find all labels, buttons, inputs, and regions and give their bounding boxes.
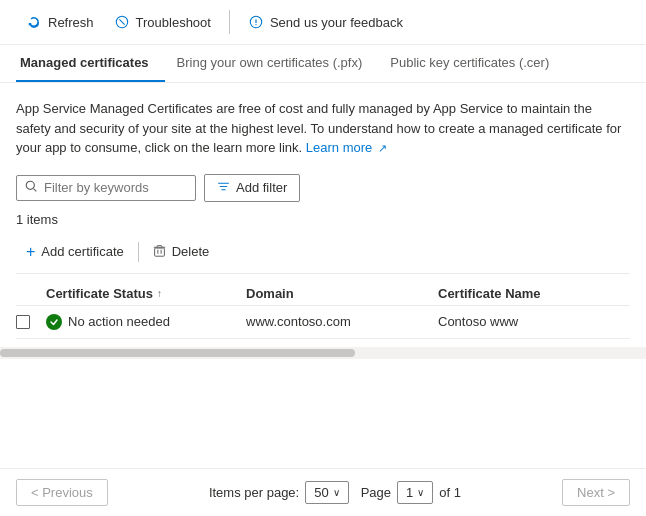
pagination-center: Items per page: 50 ∨ Page 1 ∨ of 1 <box>209 481 461 504</box>
domain-cell: www.contoso.com <box>246 314 438 329</box>
refresh-icon <box>26 14 42 30</box>
col-header-domain: Domain <box>246 286 438 301</box>
previous-button[interactable]: < Previous <box>16 479 108 506</box>
feedback-label: Send us your feedback <box>270 15 403 30</box>
toolbar-divider <box>229 10 230 34</box>
sort-icon: ↑ <box>157 288 162 299</box>
pagination: < Previous Items per page: 50 ∨ Page 1 ∨… <box>0 468 646 516</box>
chevron-down-icon: ∨ <box>333 487 340 498</box>
external-link-icon: ↗ <box>378 142 387 154</box>
items-per-page: Items per page: 50 ∨ <box>209 481 349 504</box>
table-header: Certificate Status ↑ Domain Certificate … <box>16 282 630 306</box>
filter-row: Add filter <box>16 174 630 202</box>
description-text: App Service Managed Certificates are fre… <box>16 99 630 158</box>
col-header-name: Certificate Name <box>438 286 630 301</box>
next-button[interactable]: Next > <box>562 479 630 506</box>
refresh-button[interactable]: Refresh <box>16 8 104 36</box>
filter-icon <box>217 180 230 196</box>
horizontal-scrollbar[interactable] <box>0 347 646 359</box>
tab-pfx-certificates[interactable]: Bring your own certificates (.pfx) <box>173 45 379 82</box>
add-certificate-button[interactable]: + Add certificate <box>16 239 134 265</box>
main-content: App Service Managed Certificates are fre… <box>0 83 646 359</box>
scrollbar-thumb[interactable] <box>0 349 355 357</box>
tab-managed-certificates[interactable]: Managed certificates <box>16 45 165 82</box>
search-input[interactable] <box>44 180 187 195</box>
tabs: Managed certificates Bring your own cert… <box>0 45 646 83</box>
delete-button[interactable]: Delete <box>143 239 220 265</box>
items-per-page-select[interactable]: 50 ∨ <box>305 481 348 504</box>
action-divider <box>138 242 139 262</box>
troubleshoot-icon <box>114 14 130 30</box>
certificate-name-cell: Contoso www <box>438 314 630 329</box>
feedback-button[interactable]: Send us your feedback <box>238 8 413 36</box>
add-icon: + <box>26 244 35 260</box>
status-success-icon <box>46 314 62 330</box>
refresh-label: Refresh <box>48 15 94 30</box>
row-checkbox-cell <box>16 315 46 329</box>
feedback-icon <box>248 14 264 30</box>
items-count: 1 items <box>16 212 630 227</box>
tab-cer-certificates[interactable]: Public key certificates (.cer) <box>386 45 565 82</box>
troubleshoot-button[interactable]: Troubleshoot <box>104 8 221 36</box>
chevron-down-icon: ∨ <box>417 487 424 498</box>
page-selector: Page 1 ∨ of 1 <box>361 481 461 504</box>
row-checkbox[interactable] <box>16 315 30 329</box>
search-box <box>16 175 196 201</box>
search-icon <box>25 180 38 196</box>
col-header-status[interactable]: Certificate Status ↑ <box>46 286 246 301</box>
svg-line-1 <box>119 19 124 24</box>
svg-line-6 <box>34 188 37 191</box>
learn-more-link[interactable]: Learn more ↗ <box>306 140 387 155</box>
svg-rect-7 <box>154 248 164 256</box>
add-filter-button[interactable]: Add filter <box>204 174 300 202</box>
toolbar: Refresh Troubleshoot Send us your feedba… <box>0 0 646 45</box>
table-row: No action needed www.contoso.com Contoso… <box>16 306 630 339</box>
status-cell: No action needed <box>46 314 246 330</box>
svg-point-5 <box>26 181 34 189</box>
page-number-select[interactable]: 1 ∨ <box>397 481 433 504</box>
action-bar: + Add certificate Delete <box>16 239 630 274</box>
svg-point-4 <box>255 24 256 25</box>
delete-icon <box>153 244 166 260</box>
troubleshoot-label: Troubleshoot <box>136 15 211 30</box>
